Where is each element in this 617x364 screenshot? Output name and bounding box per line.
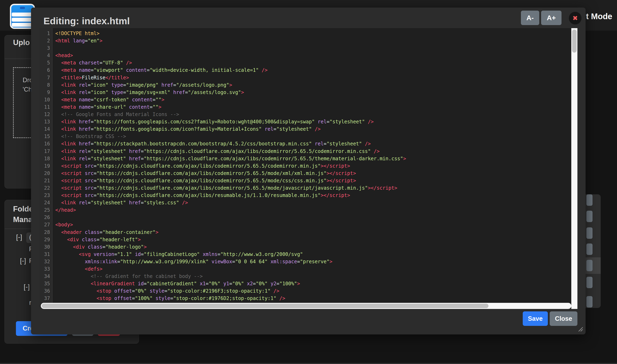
code-line[interactable]: 29 <div class="header-left"> — [39, 236, 577, 243]
code-token — [55, 148, 61, 154]
code-token: <link — [61, 90, 76, 95]
line-number: 26 — [39, 214, 53, 221]
code-line[interactable]: 26 — [39, 214, 577, 221]
code-token: "stylesheet" — [330, 119, 365, 125]
code-line[interactable]: 12 <!-- Google Fonts and Material Icons … — [39, 111, 577, 118]
code-token — [55, 185, 61, 191]
code-token: "stop-color:#2196F3;stop-opacity:1" — [167, 288, 270, 294]
code-token — [159, 82, 161, 88]
code-line[interactable]: 13 <link href="https://fonts.googleapis.… — [39, 118, 577, 125]
code-line[interactable]: 11 <meta name="share-url" content=""> — [39, 104, 577, 111]
code-line[interactable]: 6 <meta name="viewport" content="width=d… — [39, 66, 577, 74]
code-line[interactable]: 8 <link rel="icon" type="image/png" href… — [39, 81, 577, 89]
code-line[interactable]: 21 <script src="https://cdnjs.cloudflare… — [39, 177, 577, 184]
code-line[interactable]: 5 <meta charset="UTF-8" /> — [39, 59, 577, 66]
line-number: 23 — [39, 192, 53, 199]
action-button-stub[interactable] — [586, 211, 592, 222]
code-token: <!-- Gradient for the cabinet body --> — [55, 273, 203, 279]
action-button-stub[interactable] — [586, 194, 592, 206]
tree-toggle[interactable]: [-] — [24, 283, 30, 291]
code-line[interactable]: 18 <link rel="stylesheet" href="https://… — [39, 155, 577, 162]
code-token: /> — [273, 288, 279, 294]
code-token: <link — [61, 148, 76, 154]
theme-mode-toggle[interactable]: t Mode — [586, 12, 612, 21]
resize-handle-icon[interactable] — [577, 326, 583, 332]
code-token — [55, 229, 61, 235]
code-line[interactable]: 34 <!-- Gradient for the cabinet body --… — [39, 273, 577, 280]
code-token — [76, 148, 79, 154]
code-line[interactable]: 27<body> — [39, 221, 577, 228]
code-token — [312, 126, 315, 132]
code-token: > — [138, 237, 141, 243]
save-button[interactable]: Save — [523, 312, 548, 326]
code-token: href — [79, 126, 91, 132]
code-token: <stop — [96, 296, 111, 301]
code-token: = — [149, 104, 152, 110]
code-token: = — [276, 281, 279, 286]
code-line[interactable]: 2<html lang="en"> — [39, 37, 577, 44]
code-line[interactable]: 15 <!-- Bootstrap CSS --> — [39, 133, 577, 140]
code-token: "stylesheet" — [326, 141, 362, 147]
code-line[interactable]: 31 <svg version="1.1" id="filingCabinetL… — [39, 251, 577, 258]
close-icon[interactable]: ✖ — [569, 12, 581, 25]
code-line[interactable]: 22 <script src="https://cdnjs.cloudflare… — [39, 184, 577, 192]
code-token: = — [123, 82, 126, 88]
code-token: <div — [67, 237, 79, 243]
code-token — [70, 38, 73, 44]
horizontal-scrollbar[interactable] — [41, 303, 571, 309]
font-increase-button[interactable]: A+ — [541, 11, 562, 25]
font-decrease-button[interactable]: A- — [521, 11, 539, 25]
action-button-stub[interactable] — [586, 277, 592, 288]
code-line[interactable]: 30 <div class="header-logo"> — [39, 243, 577, 251]
code-lines[interactable]: 1<!DOCTYPE html>2<html lang="en">34<head… — [39, 30, 577, 309]
code-line[interactable]: 16 <link href="https://stackpath.bootstr… — [39, 140, 577, 147]
code-token: = — [114, 251, 117, 257]
code-token: style — [155, 296, 170, 301]
action-button-stub[interactable] — [586, 260, 592, 271]
line-number: 24 — [39, 199, 53, 206]
code-token: = — [229, 281, 232, 286]
code-line[interactable]: 37 <stop offset="100%" style="stop-color… — [39, 295, 577, 302]
code-token: <!DOCTYPE html> — [55, 31, 100, 36]
tree-toggle[interactable]: [-] — [16, 233, 22, 241]
code-line[interactable]: 28 <header class="header-container"> — [39, 229, 577, 236]
code-line[interactable]: 33 <defs> — [39, 265, 577, 273]
code-line[interactable]: 10 <meta name="csrf-token" content=""> — [39, 96, 577, 104]
code-line[interactable]: 23 <script src="https://cdnjs.cloudflare… — [39, 192, 577, 199]
code-token: "UTF-8" — [102, 60, 123, 66]
code-line[interactable]: 9 <link rel="icon" type="image/svg+xml" … — [39, 89, 577, 96]
code-line[interactable]: 25</head> — [39, 206, 577, 214]
horizontal-scrollbar-thumb[interactable] — [42, 304, 488, 308]
code-token — [371, 148, 374, 154]
code-token: <link — [61, 200, 76, 206]
line-number: 33 — [39, 265, 53, 273]
tree-toggle[interactable]: [-] — [20, 257, 26, 265]
line-number: 28 — [39, 229, 53, 236]
code-line[interactable]: 14 <link href="https://fonts.googleapis.… — [39, 125, 577, 133]
code-text: <link rel="stylesheet" href="https://cdn… — [53, 155, 406, 162]
close-button[interactable]: Close — [550, 312, 577, 326]
code-token: <stop — [96, 288, 111, 294]
code-line[interactable]: 24 <link rel="stylesheet" href="styles.c… — [39, 199, 577, 206]
code-line[interactable]: 32 xmlns:xlink="http://www.w3.org/1999/x… — [39, 258, 577, 265]
code-line[interactable]: 17 <link rel="stylesheet" href="https://… — [39, 148, 577, 155]
code-editor[interactable]: 1<!DOCTYPE html>2<html lang="en">34<head… — [39, 28, 577, 309]
code-line[interactable]: 4<head> — [39, 52, 577, 59]
action-button-stub[interactable] — [586, 227, 592, 239]
code-line[interactable]: 3 — [39, 44, 577, 52]
vertical-scrollbar-thumb[interactable] — [572, 30, 577, 52]
code-line[interactable]: 1<!DOCTYPE html> — [39, 30, 577, 37]
code-token — [126, 156, 129, 161]
code-line[interactable]: 35 <linearGradient id="cabinetGradient" … — [39, 280, 577, 287]
code-line[interactable]: 19 <script src="https://cdnjs.cloudflare… — [39, 162, 577, 170]
action-button-stub[interactable] — [586, 296, 592, 308]
code-token: rel — [79, 200, 88, 206]
code-line[interactable]: 7 <title>FileRise</title> — [39, 74, 577, 81]
code-token — [126, 104, 129, 110]
code-token: = — [164, 288, 167, 294]
code-line[interactable]: 20 <script src="https://cdnjs.cloudflare… — [39, 170, 577, 177]
vertical-scrollbar[interactable] — [571, 28, 577, 309]
action-button-stub[interactable] — [586, 244, 592, 255]
code-token — [55, 259, 85, 264]
code-line[interactable]: 36 <stop offset="0%" style="stop-color:#… — [39, 287, 577, 295]
